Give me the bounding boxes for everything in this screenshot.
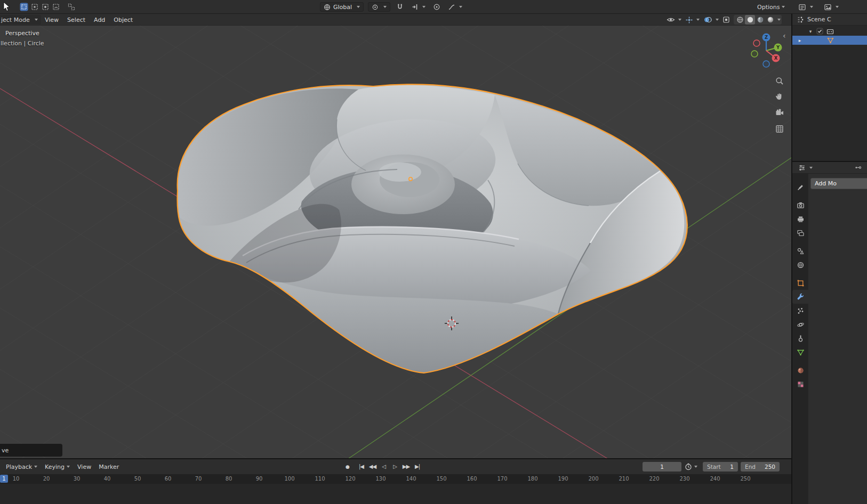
viewport-menus: View Select Add Object	[41, 14, 137, 26]
snap-toggle-button[interactable]	[395, 2, 405, 12]
current-frame-field[interactable]: 1	[643, 462, 681, 472]
scene-icon	[797, 247, 805, 255]
show-overlays-dropdown[interactable]	[703, 15, 719, 25]
frame-start-field[interactable]: Start 1	[703, 462, 738, 472]
chevron-down-icon	[357, 6, 360, 8]
timeline-track-area[interactable]	[0, 484, 791, 504]
timeline-ruler[interactable]: 1020304050607080901001101201301401501601…	[0, 474, 791, 484]
menu-playback[interactable]: Playback	[2, 461, 41, 473]
menu-add[interactable]: Add	[90, 14, 109, 26]
pan-button[interactable]	[773, 91, 786, 103]
tab-world[interactable]	[792, 258, 808, 272]
tab-modifiers[interactable]	[792, 290, 808, 304]
prev-keyframe-button[interactable]: ◀◀	[367, 461, 378, 472]
navigation-gizmo[interactable]: Z Y X	[751, 34, 782, 68]
tab-texture[interactable]	[792, 377, 808, 391]
play-button[interactable]: ▷	[390, 461, 400, 472]
tab-output[interactable]	[792, 212, 808, 226]
modifiers-icon	[797, 293, 805, 301]
view-layer-icon	[797, 229, 805, 237]
tab-view-layer[interactable]	[792, 226, 808, 240]
cursor-select-icon[interactable]	[19, 2, 29, 12]
tab-constraints[interactable]	[792, 331, 808, 345]
chevron-down-icon	[422, 6, 426, 8]
gizmo-z-label: Z	[765, 35, 768, 40]
mode-transfer-icon[interactable]	[67, 2, 76, 12]
jump-to-start-button[interactable]: |◀	[356, 461, 366, 472]
snap-target-dropdown[interactable]	[410, 2, 427, 12]
zoom-button[interactable]	[773, 75, 786, 87]
outliner-body[interactable]: ▾ ▸	[792, 26, 867, 161]
toggle-xray-button[interactable]	[722, 15, 730, 25]
pivot-point-dropdown[interactable]	[368, 2, 390, 12]
shading-rendered-button[interactable]	[765, 15, 775, 25]
menu-view[interactable]: View	[41, 14, 63, 26]
menu-select[interactable]: Select	[63, 14, 90, 26]
tab-physics[interactable]	[792, 318, 808, 331]
options-button[interactable]: Options	[757, 2, 785, 12]
shading-solid-button[interactable]	[745, 15, 755, 25]
properties-editor-selector[interactable]	[797, 163, 814, 173]
playback-sync-dropdown[interactable]	[685, 462, 697, 472]
falloff-dropdown[interactable]	[446, 2, 464, 12]
viewport-canvas[interactable]: Z Y X	[0, 26, 791, 458]
ortho-toggle-button[interactable]	[773, 123, 786, 135]
magnet-icon	[396, 3, 404, 11]
transform-orientation-dropdown[interactable]: Global	[320, 2, 364, 12]
gizmo-neg-y[interactable]	[751, 51, 758, 57]
tab-tool[interactable]	[792, 180, 808, 194]
shading-material-button[interactable]	[755, 15, 765, 25]
chevron-down-icon	[716, 19, 719, 21]
properties-header[interactable]	[792, 162, 867, 174]
editor-type-image-icon	[824, 3, 832, 11]
outliner-row-circle-selected[interactable]: ▸	[792, 36, 867, 45]
show-gizmo-dropdown[interactable]	[685, 15, 700, 25]
tab-object-data[interactable]	[792, 345, 808, 359]
operator-panel-label: ve	[2, 447, 9, 454]
tab-material[interactable]	[792, 363, 808, 377]
orientation-label: Global	[333, 4, 352, 11]
disclosure-triangle[interactable]: ▾	[808, 29, 813, 34]
menu-marker[interactable]: Marker	[95, 461, 123, 473]
add-modifier-button[interactable]: Add Mo	[810, 178, 867, 189]
outliner-header[interactable]: Scene C	[792, 14, 867, 26]
tab-scene[interactable]	[792, 244, 808, 258]
editor-type-selector-2[interactable]	[822, 2, 840, 12]
select-circle-icon[interactable]	[41, 2, 50, 12]
auto-keying-button[interactable]: ●	[342, 461, 352, 472]
end-value: 250	[765, 464, 775, 470]
properties-tab-column	[792, 174, 808, 504]
next-keyframe-button[interactable]: ▶▶	[401, 461, 411, 472]
object-visibility-dropdown[interactable]	[667, 15, 681, 25]
select-lasso-icon[interactable]	[51, 2, 61, 12]
rose-object[interactable]	[177, 84, 687, 373]
menu-view-timeline[interactable]: View	[74, 461, 95, 473]
menu-object[interactable]: Object	[109, 14, 137, 26]
editor-type-selector[interactable]	[797, 2, 815, 12]
viewport-3d[interactable]: Z Y X Perspective llection | Circle ‹ ve	[0, 26, 791, 458]
disclosure-triangle[interactable]: ▸	[797, 38, 802, 43]
operator-panel[interactable]: ve	[0, 444, 62, 457]
tab-object[interactable]	[792, 276, 808, 290]
proportional-editing-button[interactable]	[431, 2, 442, 12]
outliner-row-collection[interactable]: ▾	[792, 27, 867, 36]
current-frame-playhead[interactable]: 1	[0, 475, 8, 483]
options-label: Options	[757, 4, 780, 11]
mode-dropdown[interactable]: ject Mode	[0, 15, 41, 25]
play-reverse-button[interactable]: ◁	[379, 461, 389, 472]
gizmo-neg-x[interactable]	[753, 40, 760, 46]
select-box-icon[interactable]	[30, 2, 39, 12]
frame-end-field[interactable]: End 250	[741, 462, 780, 472]
eye-icon	[667, 16, 675, 23]
camera-view-button[interactable]	[773, 107, 786, 119]
jump-to-end-button[interactable]: ▶|	[412, 461, 422, 472]
menu-keying[interactable]: Keying	[41, 461, 74, 473]
tab-render[interactable]	[792, 198, 808, 212]
chevron-down-icon	[34, 466, 37, 468]
shading-wireframe-button[interactable]	[735, 15, 745, 25]
tab-particles[interactable]	[792, 304, 808, 318]
breadcrumb-path-icon	[855, 164, 862, 171]
checkbox-icon[interactable]	[816, 28, 823, 35]
sidebar-collapse-chevron[interactable]: ‹	[783, 32, 786, 39]
gizmo-neg-z[interactable]	[763, 61, 769, 67]
